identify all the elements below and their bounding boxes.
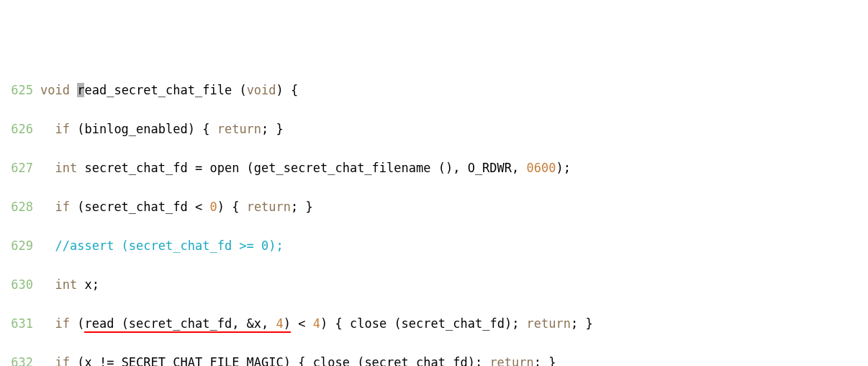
keyword-if: if <box>55 122 69 136</box>
keyword-return: return <box>489 355 533 366</box>
indent <box>40 238 55 253</box>
code-text: ) { close (secret_chat_fd); <box>284 355 490 366</box>
code-text: ) { close (secret_chat_fd); <box>320 316 527 331</box>
code-line-628[interactable]: 628 if (secret_chat_fd < 0) { return; } <box>0 197 868 217</box>
code-line-626[interactable]: 626 if (binlog_enabled) { return; } <box>0 120 868 139</box>
keyword-int: int <box>55 277 77 292</box>
code-text: ) <box>284 316 291 331</box>
code-text: ead_secret_chat_file ( <box>84 83 246 97</box>
code-text: ( <box>70 355 84 366</box>
code-text: ; } <box>534 355 556 366</box>
code-line-627[interactable]: 627 int secret_chat_fd = open (get_secre… <box>0 159 868 178</box>
keyword-return: return <box>247 200 291 214</box>
line-number: 629 <box>0 236 40 256</box>
code-text: (secret_chat_fd < <box>70 200 209 214</box>
code-text: ) { <box>217 200 247 214</box>
code-line-630[interactable]: 630 int x; <box>0 275 868 295</box>
underlined-code: read (secret_chat_fd, &x, 4) <box>84 316 291 331</box>
code-text: ; } <box>261 122 284 136</box>
literal-number: 4 <box>276 316 284 331</box>
code-line-632[interactable]: 632 if (x != SECRET_CHAT_FILE_MAGIC) { c… <box>0 353 868 366</box>
code-text: ( <box>70 316 84 331</box>
keyword-return: return <box>527 316 571 331</box>
keyword-if: if <box>55 316 69 331</box>
indent <box>40 122 55 136</box>
line-number: 628 <box>0 197 40 217</box>
code-text: ; } <box>291 200 313 214</box>
code-text: x; <box>77 277 99 292</box>
indent <box>40 355 55 366</box>
keyword-if: if <box>55 355 69 366</box>
code-line-631[interactable]: 631 if (read (secret_chat_fd, &x, 4) < 4… <box>0 314 868 334</box>
line-number: 627 <box>0 159 40 178</box>
literal-number: 0 <box>209 200 217 214</box>
code-text: (binlog_enabled) { <box>70 122 217 136</box>
text-cursor: r <box>77 83 84 97</box>
line-number: 625 <box>0 81 40 100</box>
code-text: ; } <box>571 316 593 331</box>
keyword-return: return <box>217 122 261 136</box>
keyword-if: if <box>55 200 69 214</box>
code-text: x != SECRET_CHAT_FILE_MAGIC <box>84 355 283 366</box>
code-text: ); <box>556 161 570 175</box>
space <box>70 83 77 97</box>
literal-number: 0600 <box>527 161 556 175</box>
keyword-void: void <box>247 83 276 97</box>
comment: //assert (secret_chat_fd >= 0); <box>55 238 283 253</box>
keyword-int: int <box>55 161 77 175</box>
code-text: < <box>291 316 313 331</box>
line-number: 631 <box>0 314 40 334</box>
indent <box>40 277 55 292</box>
indent <box>40 161 55 175</box>
line-number: 630 <box>0 275 40 295</box>
literal-number: 4 <box>313 316 320 331</box>
underlined-code: x != SECRET_CHAT_FILE_MAGIC <box>84 355 283 366</box>
line-number: 626 <box>0 120 40 139</box>
line-number: 632 <box>0 353 40 366</box>
code-text: ) { <box>276 83 299 97</box>
code-text: read (secret_chat_fd, &x, <box>84 316 276 331</box>
keyword-void: void <box>40 83 70 97</box>
code-line-629[interactable]: 629 //assert (secret_chat_fd >= 0); <box>0 236 868 256</box>
code-text: secret_chat_fd = open (get_secret_chat_f… <box>77 161 526 175</box>
indent <box>40 200 55 214</box>
indent <box>40 316 55 331</box>
code-line-625[interactable]: 625void read_secret_chat_file (void) { <box>0 81 868 100</box>
